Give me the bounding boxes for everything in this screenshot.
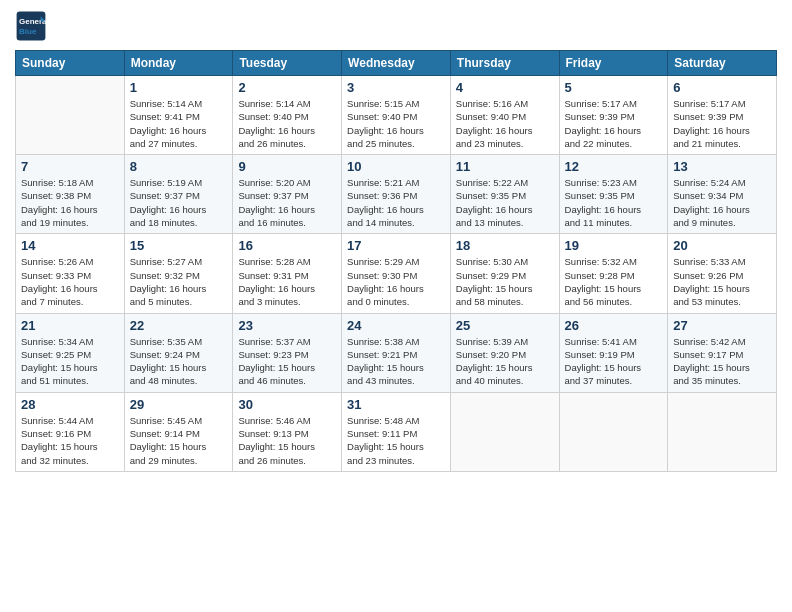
svg-text:Blue: Blue [19, 27, 37, 36]
day-info: Sunrise: 5:33 AMSunset: 9:26 PMDaylight:… [673, 255, 771, 308]
day-info: Sunrise: 5:17 AMSunset: 9:39 PMDaylight:… [673, 97, 771, 150]
calendar-cell: 20Sunrise: 5:33 AMSunset: 9:26 PMDayligh… [668, 234, 777, 313]
calendar-cell: 9Sunrise: 5:20 AMSunset: 9:37 PMDaylight… [233, 155, 342, 234]
day-info: Sunrise: 5:28 AMSunset: 9:31 PMDaylight:… [238, 255, 336, 308]
calendar-cell: 31Sunrise: 5:48 AMSunset: 9:11 PMDayligh… [342, 392, 451, 471]
day-number: 21 [21, 318, 119, 333]
calendar-cell: 28Sunrise: 5:44 AMSunset: 9:16 PMDayligh… [16, 392, 125, 471]
day-number: 31 [347, 397, 445, 412]
day-number: 4 [456, 80, 554, 95]
day-number: 16 [238, 238, 336, 253]
calendar-week-row: 7Sunrise: 5:18 AMSunset: 9:38 PMDaylight… [16, 155, 777, 234]
day-info: Sunrise: 5:45 AMSunset: 9:14 PMDaylight:… [130, 414, 228, 467]
calendar-cell: 2Sunrise: 5:14 AMSunset: 9:40 PMDaylight… [233, 76, 342, 155]
calendar-cell: 22Sunrise: 5:35 AMSunset: 9:24 PMDayligh… [124, 313, 233, 392]
page-header: General Blue [15, 10, 777, 42]
day-info: Sunrise: 5:14 AMSunset: 9:40 PMDaylight:… [238, 97, 336, 150]
calendar-cell: 29Sunrise: 5:45 AMSunset: 9:14 PMDayligh… [124, 392, 233, 471]
day-info: Sunrise: 5:39 AMSunset: 9:20 PMDaylight:… [456, 335, 554, 388]
calendar-week-row: 14Sunrise: 5:26 AMSunset: 9:33 PMDayligh… [16, 234, 777, 313]
weekday-header: Monday [124, 51, 233, 76]
day-number: 3 [347, 80, 445, 95]
calendar-cell: 26Sunrise: 5:41 AMSunset: 9:19 PMDayligh… [559, 313, 668, 392]
day-number: 5 [565, 80, 663, 95]
calendar-cell: 8Sunrise: 5:19 AMSunset: 9:37 PMDaylight… [124, 155, 233, 234]
calendar-cell: 21Sunrise: 5:34 AMSunset: 9:25 PMDayligh… [16, 313, 125, 392]
day-number: 23 [238, 318, 336, 333]
calendar-cell: 30Sunrise: 5:46 AMSunset: 9:13 PMDayligh… [233, 392, 342, 471]
day-info: Sunrise: 5:20 AMSunset: 9:37 PMDaylight:… [238, 176, 336, 229]
calendar-cell: 15Sunrise: 5:27 AMSunset: 9:32 PMDayligh… [124, 234, 233, 313]
day-info: Sunrise: 5:38 AMSunset: 9:21 PMDaylight:… [347, 335, 445, 388]
day-info: Sunrise: 5:41 AMSunset: 9:19 PMDaylight:… [565, 335, 663, 388]
calendar-cell: 19Sunrise: 5:32 AMSunset: 9:28 PMDayligh… [559, 234, 668, 313]
day-info: Sunrise: 5:17 AMSunset: 9:39 PMDaylight:… [565, 97, 663, 150]
calendar-cell: 7Sunrise: 5:18 AMSunset: 9:38 PMDaylight… [16, 155, 125, 234]
day-info: Sunrise: 5:44 AMSunset: 9:16 PMDaylight:… [21, 414, 119, 467]
calendar-cell: 4Sunrise: 5:16 AMSunset: 9:40 PMDaylight… [450, 76, 559, 155]
day-info: Sunrise: 5:42 AMSunset: 9:17 PMDaylight:… [673, 335, 771, 388]
calendar-cell: 11Sunrise: 5:22 AMSunset: 9:35 PMDayligh… [450, 155, 559, 234]
calendar-cell [450, 392, 559, 471]
day-info: Sunrise: 5:19 AMSunset: 9:37 PMDaylight:… [130, 176, 228, 229]
calendar-week-row: 1Sunrise: 5:14 AMSunset: 9:41 PMDaylight… [16, 76, 777, 155]
calendar-cell: 23Sunrise: 5:37 AMSunset: 9:23 PMDayligh… [233, 313, 342, 392]
day-number: 29 [130, 397, 228, 412]
weekday-header: Tuesday [233, 51, 342, 76]
day-number: 19 [565, 238, 663, 253]
calendar-cell: 17Sunrise: 5:29 AMSunset: 9:30 PMDayligh… [342, 234, 451, 313]
day-number: 12 [565, 159, 663, 174]
weekday-header: Thursday [450, 51, 559, 76]
day-info: Sunrise: 5:35 AMSunset: 9:24 PMDaylight:… [130, 335, 228, 388]
day-info: Sunrise: 5:21 AMSunset: 9:36 PMDaylight:… [347, 176, 445, 229]
calendar-cell: 16Sunrise: 5:28 AMSunset: 9:31 PMDayligh… [233, 234, 342, 313]
day-info: Sunrise: 5:29 AMSunset: 9:30 PMDaylight:… [347, 255, 445, 308]
day-info: Sunrise: 5:18 AMSunset: 9:38 PMDaylight:… [21, 176, 119, 229]
day-info: Sunrise: 5:37 AMSunset: 9:23 PMDaylight:… [238, 335, 336, 388]
weekday-header: Friday [559, 51, 668, 76]
day-number: 10 [347, 159, 445, 174]
day-number: 20 [673, 238, 771, 253]
calendar-cell: 10Sunrise: 5:21 AMSunset: 9:36 PMDayligh… [342, 155, 451, 234]
day-info: Sunrise: 5:24 AMSunset: 9:34 PMDaylight:… [673, 176, 771, 229]
day-number: 30 [238, 397, 336, 412]
calendar-cell: 14Sunrise: 5:26 AMSunset: 9:33 PMDayligh… [16, 234, 125, 313]
calendar-cell: 1Sunrise: 5:14 AMSunset: 9:41 PMDaylight… [124, 76, 233, 155]
day-number: 17 [347, 238, 445, 253]
day-info: Sunrise: 5:34 AMSunset: 9:25 PMDaylight:… [21, 335, 119, 388]
day-number: 13 [673, 159, 771, 174]
day-info: Sunrise: 5:46 AMSunset: 9:13 PMDaylight:… [238, 414, 336, 467]
calendar-cell: 27Sunrise: 5:42 AMSunset: 9:17 PMDayligh… [668, 313, 777, 392]
calendar-cell [668, 392, 777, 471]
calendar-cell: 12Sunrise: 5:23 AMSunset: 9:35 PMDayligh… [559, 155, 668, 234]
day-number: 1 [130, 80, 228, 95]
day-info: Sunrise: 5:26 AMSunset: 9:33 PMDaylight:… [21, 255, 119, 308]
weekday-header: Wednesday [342, 51, 451, 76]
day-number: 24 [347, 318, 445, 333]
calendar-cell: 24Sunrise: 5:38 AMSunset: 9:21 PMDayligh… [342, 313, 451, 392]
day-number: 9 [238, 159, 336, 174]
calendar-cell: 25Sunrise: 5:39 AMSunset: 9:20 PMDayligh… [450, 313, 559, 392]
logo-icon: General Blue [15, 10, 47, 42]
calendar-header-row: SundayMondayTuesdayWednesdayThursdayFrid… [16, 51, 777, 76]
day-number: 26 [565, 318, 663, 333]
weekday-header: Sunday [16, 51, 125, 76]
calendar-cell [559, 392, 668, 471]
day-number: 28 [21, 397, 119, 412]
day-info: Sunrise: 5:27 AMSunset: 9:32 PMDaylight:… [130, 255, 228, 308]
day-info: Sunrise: 5:16 AMSunset: 9:40 PMDaylight:… [456, 97, 554, 150]
day-info: Sunrise: 5:14 AMSunset: 9:41 PMDaylight:… [130, 97, 228, 150]
day-number: 25 [456, 318, 554, 333]
day-number: 15 [130, 238, 228, 253]
day-number: 6 [673, 80, 771, 95]
day-info: Sunrise: 5:15 AMSunset: 9:40 PMDaylight:… [347, 97, 445, 150]
day-number: 18 [456, 238, 554, 253]
day-number: 22 [130, 318, 228, 333]
day-info: Sunrise: 5:32 AMSunset: 9:28 PMDaylight:… [565, 255, 663, 308]
calendar-cell: 18Sunrise: 5:30 AMSunset: 9:29 PMDayligh… [450, 234, 559, 313]
day-number: 7 [21, 159, 119, 174]
calendar-cell: 13Sunrise: 5:24 AMSunset: 9:34 PMDayligh… [668, 155, 777, 234]
day-number: 14 [21, 238, 119, 253]
day-number: 2 [238, 80, 336, 95]
calendar-cell: 5Sunrise: 5:17 AMSunset: 9:39 PMDaylight… [559, 76, 668, 155]
